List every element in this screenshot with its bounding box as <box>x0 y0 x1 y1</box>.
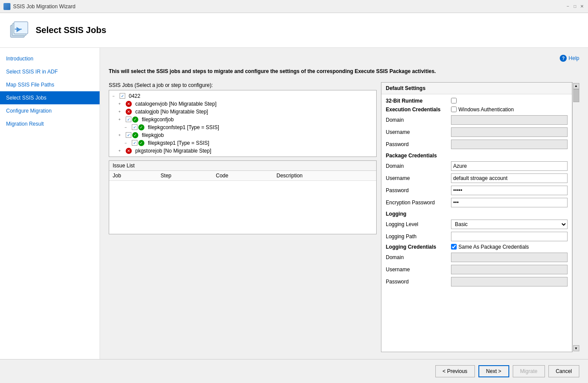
ctrl-domain2 <box>451 161 568 171</box>
field-logging-level: Logging Level Basic None Verbose Perform… <box>386 220 568 229</box>
checkbox-same-as-package[interactable] <box>451 244 457 250</box>
tree-toggle-filepkgstep1[interactable]: − <box>123 140 128 146</box>
tree-panel[interactable]: − 0422 + ✕ catalogenvjob [No M <box>109 90 377 157</box>
maximize-button[interactable]: □ <box>572 4 578 9</box>
scroll-down-btn[interactable]: ▼ <box>573 345 579 351</box>
field-password1: Password <box>386 140 568 149</box>
sidebar-item-result[interactable]: Migration Result <box>0 117 100 130</box>
field-domain3: Domain <box>386 253 568 262</box>
input-encryption-password[interactable] <box>451 198 568 207</box>
tree-toggle-filepkgconfstep1[interactable]: − <box>123 125 128 130</box>
scroll-up-btn[interactable]: ▲ <box>573 83 579 89</box>
field-exec-creds: Execution Credentials Windows Authentica… <box>386 107 568 113</box>
field-logging-credentials: Logging Credentials Same As Package Cred… <box>386 244 568 250</box>
col-desc: Description <box>273 171 376 181</box>
tree-text-pkgstorejob: pkgstorejob [No Migratable Step] <box>135 148 211 154</box>
select-logging-level[interactable]: Basic None Verbose Performance RuntimeLi… <box>451 220 568 229</box>
sidebar-item-select-ir[interactable]: Select SSIS IR in ADF <box>0 65 100 78</box>
input-username3[interactable] <box>451 265 568 274</box>
input-password3[interactable] <box>451 277 568 286</box>
field-password2: Password <box>386 186 568 195</box>
right-panel-wrapper: Default Settings 32-Bit Runtime Executio… <box>381 82 579 352</box>
ctrl-exec-creds: Windows Authentication <box>451 107 568 113</box>
tree-node-pkgstorejob[interactable]: + ✕ pkgstorejob [No Migratable Step] <box>111 147 374 155</box>
tree-toggle-catalogjob[interactable]: + <box>117 109 122 114</box>
tree-text-filepkgconfjob: filepkgconfjob <box>142 117 174 123</box>
left-panel: SSIS Jobs (Select a job or step to confi… <box>109 82 377 352</box>
issue-table: Job Step Code Description <box>109 171 376 181</box>
checkbox-windows-auth[interactable] <box>451 107 457 112</box>
label-domain2: Domain <box>386 163 451 169</box>
label-same-as-package: Same As Package Credentials <box>458 244 529 250</box>
tree-checkbox-filepkgjob[interactable] <box>126 132 131 138</box>
tree-toggle-filepkgconfjob[interactable]: + <box>117 117 122 122</box>
minimize-button[interactable]: − <box>565 4 571 9</box>
page-title: Select SSIS Jobs <box>36 25 106 35</box>
migrate-button[interactable]: Migrate <box>513 365 545 377</box>
tree-text-filepkgconfstep1: filepkgconfstep1 [Type = SSIS] <box>148 124 219 130</box>
ctrl-password3 <box>451 277 568 286</box>
help-link[interactable]: ? Help <box>560 55 579 62</box>
tree-toggle-catalogenvjob[interactable]: + <box>117 101 122 107</box>
svg-rect-2 <box>14 22 28 34</box>
main-layout: Introduction Select SSIS IR in ADF Map S… <box>0 48 588 359</box>
sidebar-item-map-paths[interactable]: Map SSIS File Paths <box>0 78 100 91</box>
checkbox-32bit[interactable] <box>451 98 457 103</box>
sidebar-item-select-jobs[interactable]: Select SSIS Jobs <box>0 91 100 104</box>
close-button[interactable]: ✕ <box>579 4 585 9</box>
tree-node-filepkgconfjob[interactable]: + ✓ filepkgconfjob <box>111 116 374 123</box>
label-logging-creds: Logging Credentials <box>386 244 451 250</box>
settings-body: 32-Bit Runtime Execution Credentials Win… <box>381 94 572 352</box>
input-logging-path[interactable] <box>451 232 568 241</box>
input-domain3[interactable] <box>451 253 568 262</box>
status-error-catalogjob: ✕ <box>126 109 132 115</box>
field-domain2: Domain <box>386 161 568 171</box>
tree-node-filepkgstep1[interactable]: − ✓ filepkgstep1 [Type = SSIS] <box>111 139 374 147</box>
settings-scrollbar[interactable]: ▲ ▼ <box>572 82 579 352</box>
tree-text-filepkgjob: filepkgjob <box>142 132 164 138</box>
label-password3: Password <box>386 279 451 285</box>
next-button[interactable]: Next > <box>478 365 509 377</box>
tree-node-filepkgjob[interactable]: + ✓ filepkgjob <box>111 131 374 139</box>
app-icon <box>3 3 10 10</box>
input-password1[interactable] <box>451 140 568 149</box>
field-domain1: Domain <box>386 115 568 125</box>
scroll-track[interactable] <box>573 89 579 345</box>
label-32bit: 32-Bit Runtime <box>386 98 451 104</box>
tree-text-filepkgstep1: filepkgstep1 [Type = SSIS] <box>148 140 209 146</box>
label-username1: Username <box>386 129 451 135</box>
sidebar: Introduction Select SSIS IR in ADF Map S… <box>0 48 100 359</box>
tree-checkbox-filepkgconfstep1[interactable] <box>132 124 137 130</box>
input-domain1[interactable] <box>451 115 568 125</box>
status-error-catalogenvjob: ✕ <box>126 101 132 107</box>
title-bar-controls: − □ ✕ <box>565 4 585 9</box>
tree-toggle-root[interactable]: − <box>111 93 116 99</box>
input-username2[interactable] <box>451 173 568 183</box>
input-domain2[interactable] <box>451 161 568 171</box>
tree-toggle-filepkgjob[interactable]: + <box>117 133 122 138</box>
label-domain1: Domain <box>386 117 451 123</box>
tree-checkbox-filepkgstep1[interactable] <box>132 140 137 146</box>
tree-node-root[interactable]: − 0422 <box>111 92 374 100</box>
sidebar-item-configure[interactable]: Configure Migration <box>0 104 100 117</box>
label-windows-auth: Windows Authentication <box>458 107 514 113</box>
previous-button[interactable]: < Previous <box>435 365 475 377</box>
ctrl-logging-path <box>451 232 568 241</box>
tree-toggle-pkgstorejob[interactable]: + <box>117 148 122 153</box>
label-username2: Username <box>386 175 451 181</box>
cancel-button[interactable]: Cancel <box>548 365 579 377</box>
sidebar-item-introduction[interactable]: Introduction <box>0 52 100 65</box>
scroll-thumb[interactable] <box>573 89 579 102</box>
tree-text-root: 0422 <box>129 93 140 99</box>
input-password2[interactable] <box>451 186 568 195</box>
input-username1[interactable] <box>451 127 568 137</box>
tree-node-catalogjob[interactable]: + ✕ catalogjob [No Migratable Step] <box>111 108 374 116</box>
tree-checkbox-root[interactable] <box>120 93 125 99</box>
tree-node-catalogenvjob[interactable]: + ✕ catalogenvjob [No Migratable Step] <box>111 100 374 108</box>
help-bar: ? Help <box>109 55 579 62</box>
tree-node-filepkgconfstep1[interactable]: − ✓ filepkgconfstep1 [Type = SSIS] <box>111 123 374 131</box>
ctrl-logging-level: Basic None Verbose Performance RuntimeLi… <box>451 220 568 229</box>
footer: < Previous Next > Migrate Cancel <box>0 359 588 383</box>
tree-label: SSIS Jobs (Select a job or step to confi… <box>109 82 377 88</box>
tree-checkbox-filepkgconfjob[interactable] <box>126 117 131 122</box>
